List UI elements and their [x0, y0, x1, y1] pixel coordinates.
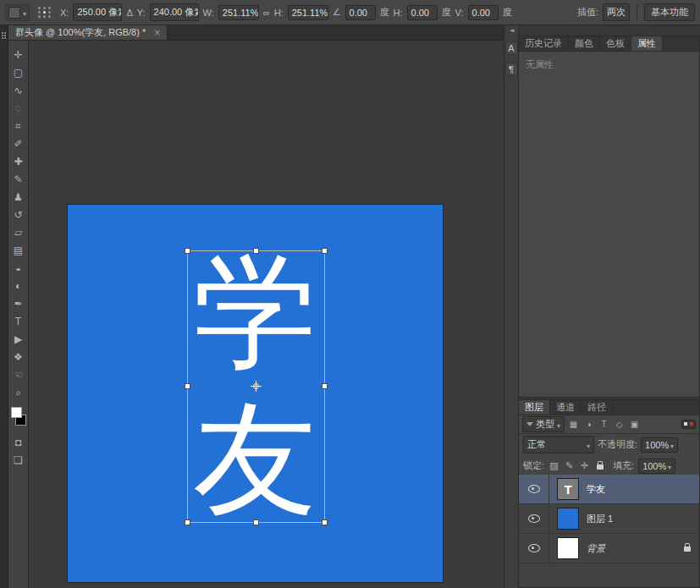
ref-dot[interactable] [38, 7, 41, 9]
width-input[interactable]: 251.11% [218, 5, 259, 20]
layers-panel-group: 图层 通道 路径 类型 ▦ ◑ T ◇ ▣ 正常 [519, 399, 700, 588]
eraser-tool-button[interactable]: ▱ [10, 223, 27, 241]
drag-handle-icon[interactable] [2, 32, 3, 34]
layer-row-background[interactable]: 背景 [519, 534, 699, 563]
layer-visibility-toggle[interactable] [519, 475, 549, 503]
ref-dot[interactable] [43, 7, 46, 9]
pen-tool-button[interactable]: ✒ [10, 294, 27, 312]
lock-transparency-icon[interactable]: ▨ [548, 460, 559, 471]
type-tool-button[interactable]: T [10, 312, 27, 330]
lock-all-icon[interactable] [594, 462, 605, 470]
quick-selection-tool-button[interactable]: ◌ [10, 99, 27, 117]
layer-filter-dropdown[interactable]: 类型 [522, 416, 565, 432]
layer-thumbnail[interactable] [557, 508, 579, 530]
interpolation-dropdown[interactable]: 两次 [603, 3, 630, 21]
ref-dot[interactable] [48, 11, 51, 14]
transform-handle-bottom-right[interactable] [322, 519, 328, 525]
eyedropper-tool-button[interactable]: ✐ [10, 135, 27, 152]
character-panel-icon[interactable]: A [505, 41, 518, 55]
layer-row-blue[interactable]: 图层 1 [519, 504, 699, 534]
fill-label: 填充: [613, 459, 634, 472]
workspace-switcher[interactable]: 基本功能 [644, 3, 695, 21]
paragraph-panel-icon[interactable]: ¶ [505, 63, 518, 76]
history-brush-tool-button[interactable]: ↺ [10, 206, 27, 223]
lock-pixels-icon[interactable]: ✎ [564, 460, 575, 471]
blur-tool-button[interactable]: ◒ [10, 259, 27, 277]
reference-point-locator[interactable] [38, 7, 52, 18]
layer-thumbnail[interactable] [557, 537, 579, 559]
layer-name[interactable]: 背景 [587, 542, 605, 555]
lasso-tool-button[interactable]: ∿ [10, 81, 27, 99]
hskew-input[interactable]: 0.00 [407, 5, 438, 20]
dodge-tool-button[interactable]: ◐ [10, 277, 27, 294]
gradient-tool-button[interactable]: ▤ [10, 241, 27, 259]
transform-handle-bottom-middle[interactable] [253, 519, 259, 525]
pixel-layer-filter-icon[interactable]: ▦ [567, 418, 580, 431]
lock-position-icon[interactable]: ✛ [579, 460, 590, 471]
tab-channels[interactable]: 通道 [550, 400, 581, 415]
tab-history[interactable]: 历史记录 [519, 36, 569, 51]
ref-dot[interactable] [48, 7, 51, 9]
shape-layer-filter-icon[interactable]: ◇ [613, 418, 626, 431]
angle-input[interactable]: 0.00 [345, 5, 376, 20]
type-layer-filter-icon[interactable]: T [598, 418, 610, 431]
layer-filter-toggle[interactable] [681, 420, 696, 429]
marquee-tool-button[interactable]: ▢ [10, 63, 27, 81]
tab-layers[interactable]: 图层 [519, 400, 550, 415]
tab-swatches[interactable]: 色板 [600, 36, 631, 51]
brush-tool-button[interactable]: ✎ [10, 170, 27, 188]
crop-tool-button[interactable]: ⌗ [10, 117, 27, 135]
ref-dot[interactable] [38, 15, 41, 18]
blend-mode-dropdown[interactable]: 正常 [523, 436, 594, 453]
screen-mode-button[interactable]: ❏ [10, 451, 27, 469]
transform-center-point[interactable] [251, 381, 262, 392]
ref-dot[interactable] [48, 15, 51, 18]
no-properties-text: 无属性 [526, 59, 554, 69]
transform-handle-middle-left[interactable] [185, 383, 190, 389]
transform-handle-top-middle[interactable] [253, 248, 259, 254]
smart-object-filter-icon[interactable]: ▣ [628, 418, 641, 431]
transform-handle-bottom-left[interactable] [185, 519, 190, 525]
canvas-area[interactable]: 学 友 [29, 41, 504, 588]
foreground-color-swatch[interactable] [11, 407, 22, 418]
link-dimensions-icon[interactable]: ∞ [263, 8, 270, 18]
hskew-label: H: [394, 8, 403, 18]
opacity-dropdown[interactable]: 100% [641, 437, 678, 453]
shape-tool-button[interactable]: ❖ [10, 348, 27, 365]
tab-color[interactable]: 颜色 [569, 36, 600, 51]
canvas-image[interactable]: 学 友 [68, 205, 443, 582]
layer-name[interactable]: 学友 [587, 483, 605, 496]
transform-bounding-box[interactable] [187, 250, 325, 523]
layer-visibility-toggle[interactable] [519, 504, 549, 533]
tool-preset-picker[interactable] [5, 4, 30, 21]
hand-tool-button[interactable]: ☜ [10, 365, 27, 383]
layer-row-text[interactable]: T 学友 [519, 475, 699, 504]
zoom-tool-button[interactable]: ⌕ [10, 383, 27, 401]
transform-handle-top-right[interactable] [322, 248, 328, 254]
ref-dot[interactable] [43, 15, 46, 18]
adjustment-layer-filter-icon[interactable]: ◑ [582, 418, 595, 431]
ref-dot-center[interactable] [43, 11, 46, 14]
relative-position-toggle-icon[interactable]: Δ [126, 8, 132, 18]
layer-thumbnail[interactable]: T [557, 478, 579, 500]
fill-dropdown[interactable]: 100% [638, 459, 675, 474]
quick-mask-button[interactable]: ◘ [10, 433, 27, 451]
transform-handle-top-left[interactable] [185, 248, 190, 254]
layer-visibility-toggle[interactable] [519, 534, 549, 563]
height-input[interactable]: 251.11% [288, 5, 328, 20]
path-selection-tool-button[interactable]: ▶ [10, 330, 27, 348]
document-tab[interactable]: 群头像 @ 100%(学友, RGB/8) * × [8, 25, 168, 40]
layer-name[interactable]: 图层 1 [587, 513, 613, 525]
ref-dot[interactable] [38, 11, 41, 14]
close-icon[interactable]: × [154, 27, 160, 39]
expand-panels-icon[interactable]: ◂◂ [510, 27, 512, 34]
y-input[interactable]: 240.00 像素 [150, 3, 199, 21]
x-input[interactable]: 250.00 像素 [73, 3, 122, 21]
tab-paths[interactable]: 路径 [581, 400, 613, 415]
transform-handle-middle-right[interactable] [322, 383, 328, 389]
move-tool-button[interactable]: ✛ [10, 46, 27, 63]
tab-properties[interactable]: 属性 [631, 36, 663, 51]
healing-brush-tool-button[interactable]: ✚ [10, 152, 27, 170]
vskew-input[interactable]: 0.00 [468, 5, 499, 20]
clone-stamp-tool-button[interactable]: ♟ [10, 188, 27, 206]
